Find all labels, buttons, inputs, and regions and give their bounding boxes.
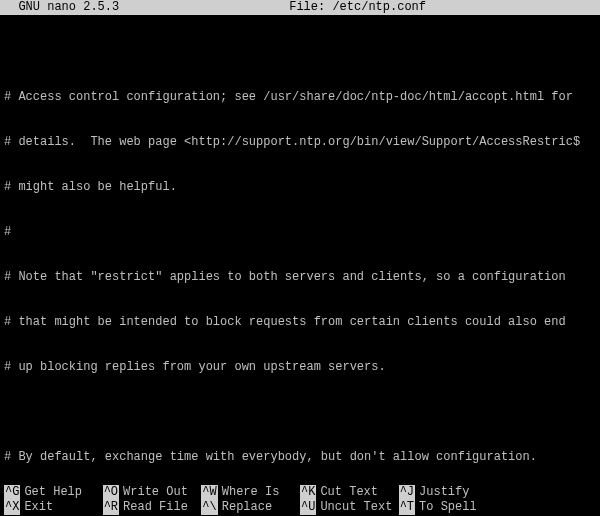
shortcut-label: Cut Text xyxy=(320,485,378,500)
shortcut-label: Uncut Text xyxy=(320,500,392,515)
shortcut-uncut-text[interactable]: ^UUncut Text xyxy=(300,500,399,515)
file-line xyxy=(4,45,596,60)
shortcut-read-file[interactable]: ^RRead File xyxy=(103,500,202,515)
shortcut-exit[interactable]: ^XExit xyxy=(4,500,103,515)
shortcut-key: ^G xyxy=(4,485,20,500)
shortcut-label: Write Out xyxy=(123,485,188,500)
shortcut-label: Justify xyxy=(419,485,469,500)
shortcut-label: Read File xyxy=(123,500,188,515)
app-name: GNU nano 2.5.3 xyxy=(4,0,119,15)
shortcut-where-is[interactable]: ^WWhere Is xyxy=(201,485,300,500)
shortcut-write-out[interactable]: ^OWrite Out xyxy=(103,485,202,500)
shortcut-label: Replace xyxy=(222,500,272,515)
file-line: # Note that "restrict" applies to both s… xyxy=(4,270,596,285)
shortcut-label: Get Help xyxy=(24,485,82,500)
file-line: # details. The web page <http://support.… xyxy=(4,135,596,150)
file-path: File: /etc/ntp.conf xyxy=(289,0,426,15)
nano-editor: GNU nano 2.5.3 File: /etc/ntp.conf # Acc… xyxy=(0,0,600,516)
shortcut-key: ^T xyxy=(399,500,415,515)
file-line: # might also be helpful. xyxy=(4,180,596,195)
file-line xyxy=(4,405,596,420)
editor-area[interactable]: # Access control configuration; see /usr… xyxy=(0,15,600,485)
shortcut-bar: ^GGet Help ^OWrite Out ^WWhere Is ^KCut … xyxy=(0,485,600,516)
file-line: # that might be intended to block reques… xyxy=(4,315,596,330)
shortcut-replace[interactable]: ^\Replace xyxy=(201,500,300,515)
shortcut-get-help[interactable]: ^GGet Help xyxy=(4,485,103,500)
shortcut-key: ^U xyxy=(300,500,316,515)
shortcut-key: ^W xyxy=(201,485,217,500)
shortcut-key: ^R xyxy=(103,500,119,515)
shortcut-label: To Spell xyxy=(419,500,477,515)
file-line: # Access control configuration; see /usr… xyxy=(4,90,596,105)
titlebar: GNU nano 2.5.3 File: /etc/ntp.conf xyxy=(0,0,600,15)
shortcut-key: ^X xyxy=(4,500,20,515)
shortcut-key: ^\ xyxy=(201,500,217,515)
file-line: # up blocking replies from your own upst… xyxy=(4,360,596,375)
shortcut-spacer xyxy=(497,500,596,515)
shortcut-key: ^O xyxy=(103,485,119,500)
shortcut-key: ^J xyxy=(399,485,415,500)
shortcut-label: Exit xyxy=(24,500,53,515)
shortcut-label: Where Is xyxy=(222,485,280,500)
file-line: # By default, exchange time with everybo… xyxy=(4,450,596,465)
shortcut-cut-text[interactable]: ^KCut Text xyxy=(300,485,399,500)
shortcut-key: ^K xyxy=(300,485,316,500)
shortcut-to-spell[interactable]: ^TTo Spell xyxy=(399,500,498,515)
file-line: # xyxy=(4,225,596,240)
shortcut-justify[interactable]: ^JJustify xyxy=(399,485,498,500)
shortcut-spacer xyxy=(497,485,596,500)
